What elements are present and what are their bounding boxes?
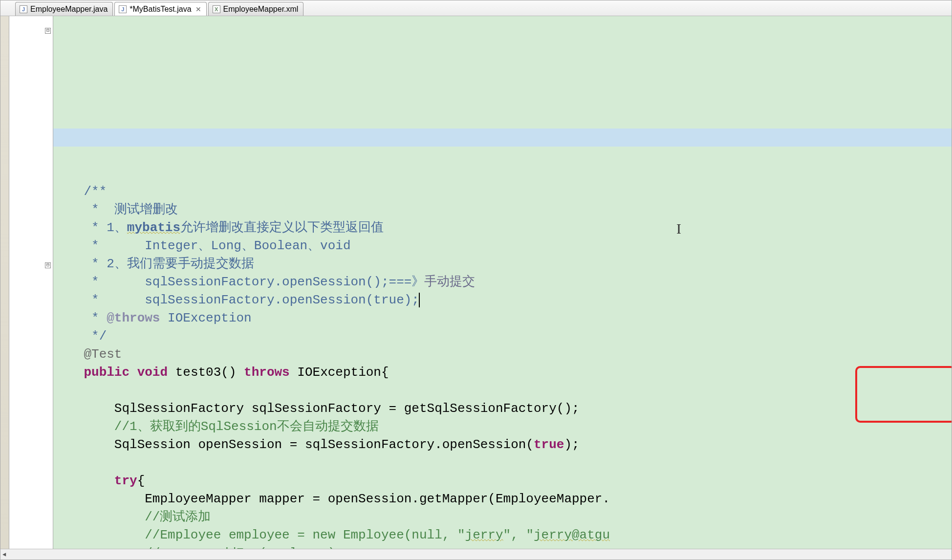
scroll-left-icon[interactable]: ◀ [2,551,6,558]
current-line-highlight [53,129,952,147]
editor-area: ⊟ ⊟ I /** * 测试增删改 * 1、mybatis允许增删改直接定义以下… [0,16,952,549]
tab-employee-mapper-xml[interactable]: X EmployeeMapper.xml [208,2,304,16]
caret [419,293,420,307]
tab-employee-mapper-java[interactable]: J EmployeeMapper.java [15,2,113,16]
java-file-icon: J [20,5,27,13]
tab-label: EmployeeMapper.xml [223,5,299,14]
java-file-icon: J [119,5,127,13]
xml-file-icon: X [213,5,220,13]
annotation-highlight-box [855,366,952,423]
ide-window: J EmployeeMapper.java J *MyBatisTest.jav… [0,0,952,560]
close-icon[interactable]: ✕ [195,5,201,13]
tab-label: *MyBatisTest.java [130,5,191,14]
code-editor[interactable]: I /** * 测试增删改 * 1、mybatis允许增删改直接定义以下类型返回… [53,16,952,549]
tab-label: EmployeeMapper.java [30,5,108,14]
tab-bar: J EmployeeMapper.java J *MyBatisTest.jav… [0,0,952,16]
overview-ruler[interactable] [0,16,9,549]
tab-mybatis-test-java[interactable]: J *MyBatisTest.java ✕ [114,2,206,16]
fold-toggle-icon[interactable]: ⊟ [45,28,51,34]
fold-toggle-icon[interactable]: ⊟ [45,262,51,268]
gutter[interactable]: ⊟ ⊟ [9,16,53,549]
text-cursor-icon: I [676,219,681,237]
horizontal-scrollbar[interactable]: ◀ [0,549,952,560]
